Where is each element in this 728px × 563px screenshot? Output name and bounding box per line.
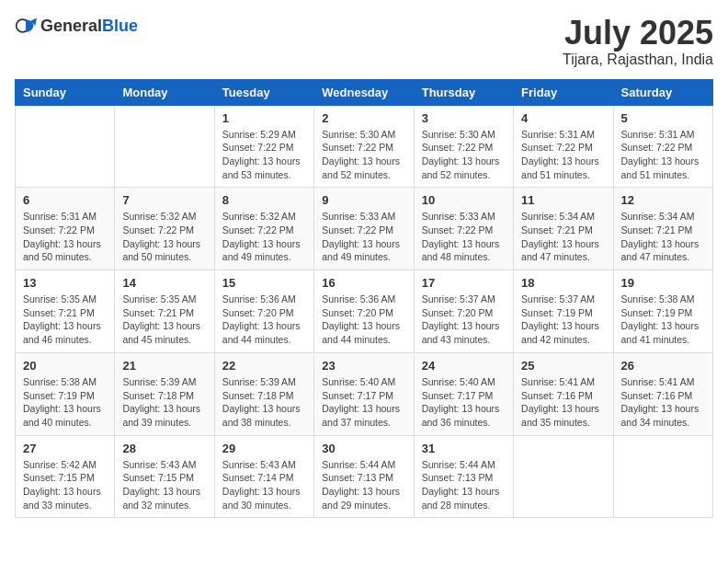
day-cell-3: 3Sunrise: 5:30 AM Sunset: 7:22 PM Daylig… <box>414 105 513 188</box>
day-number: 8 <box>222 193 306 207</box>
day-detail: Sunrise: 5:41 AM Sunset: 7:16 PM Dayligh… <box>521 375 605 430</box>
empty-cell <box>514 435 613 518</box>
day-detail: Sunrise: 5:40 AM Sunset: 7:17 PM Dayligh… <box>422 375 506 430</box>
weekday-header-saturday: Saturday <box>613 79 712 105</box>
day-number: 3 <box>422 111 506 125</box>
day-number: 19 <box>621 276 705 290</box>
day-detail: Sunrise: 5:36 AM Sunset: 7:20 PM Dayligh… <box>222 293 306 347</box>
day-cell-19: 19Sunrise: 5:38 AM Sunset: 7:19 PM Dayli… <box>613 270 712 353</box>
day-detail: Sunrise: 5:31 AM Sunset: 7:22 PM Dayligh… <box>621 128 705 182</box>
day-number: 31 <box>422 442 506 455</box>
day-cell-20: 20Sunrise: 5:38 AM Sunset: 7:19 PM Dayli… <box>16 352 115 435</box>
day-number: 13 <box>23 276 107 290</box>
day-number: 12 <box>621 193 705 207</box>
page-header: GeneralBlue July 2025 Tijara, Rajasthan,… <box>15 15 713 68</box>
day-cell-25: 25Sunrise: 5:41 AM Sunset: 7:16 PM Dayli… <box>514 352 613 435</box>
logo-text: GeneralBlue <box>40 17 138 36</box>
day-detail: Sunrise: 5:41 AM Sunset: 7:16 PM Dayligh… <box>621 375 705 430</box>
day-number: 9 <box>322 193 405 207</box>
day-detail: Sunrise: 5:39 AM Sunset: 7:18 PM Dayligh… <box>122 375 206 430</box>
day-number: 15 <box>222 276 306 290</box>
week-row-3: 13Sunrise: 5:35 AM Sunset: 7:21 PM Dayli… <box>16 270 713 353</box>
day-detail: Sunrise: 5:36 AM Sunset: 7:20 PM Dayligh… <box>322 293 405 347</box>
day-detail: Sunrise: 5:30 AM Sunset: 7:22 PM Dayligh… <box>322 128 405 182</box>
day-number: 22 <box>222 359 306 373</box>
day-detail: Sunrise: 5:43 AM Sunset: 7:15 PM Dayligh… <box>122 458 206 512</box>
weekday-header-tuesday: Tuesday <box>214 79 313 105</box>
week-row-4: 20Sunrise: 5:38 AM Sunset: 7:19 PM Dayli… <box>16 352 713 435</box>
weekday-header-monday: Monday <box>115 79 214 105</box>
day-detail: Sunrise: 5:32 AM Sunset: 7:22 PM Dayligh… <box>222 210 306 264</box>
day-number: 10 <box>422 193 506 207</box>
day-cell-1: 1Sunrise: 5:29 AM Sunset: 7:22 PM Daylig… <box>214 105 313 188</box>
day-detail: Sunrise: 5:44 AM Sunset: 7:13 PM Dayligh… <box>322 458 405 512</box>
day-number: 14 <box>122 276 206 290</box>
weekday-header-thursday: Thursday <box>414 79 513 105</box>
day-detail: Sunrise: 5:34 AM Sunset: 7:21 PM Dayligh… <box>521 210 605 264</box>
day-cell-29: 29Sunrise: 5:43 AM Sunset: 7:14 PM Dayli… <box>214 435 313 518</box>
day-detail: Sunrise: 5:38 AM Sunset: 7:19 PM Dayligh… <box>621 293 705 347</box>
day-detail: Sunrise: 5:34 AM Sunset: 7:21 PM Dayligh… <box>621 210 705 264</box>
day-number: 26 <box>621 359 705 373</box>
day-cell-21: 21Sunrise: 5:39 AM Sunset: 7:18 PM Dayli… <box>115 352 214 435</box>
month-title: July 2025 <box>563 15 713 52</box>
day-cell-4: 4Sunrise: 5:31 AM Sunset: 7:22 PM Daylig… <box>514 105 613 188</box>
weekday-header-sunday: Sunday <box>16 79 115 105</box>
day-number: 11 <box>521 193 605 207</box>
day-cell-22: 22Sunrise: 5:39 AM Sunset: 7:18 PM Dayli… <box>214 352 313 435</box>
day-detail: Sunrise: 5:29 AM Sunset: 7:22 PM Dayligh… <box>222 128 306 182</box>
day-detail: Sunrise: 5:35 AM Sunset: 7:21 PM Dayligh… <box>23 293 107 347</box>
day-cell-28: 28Sunrise: 5:43 AM Sunset: 7:15 PM Dayli… <box>115 435 214 518</box>
logo-general: General <box>40 17 102 35</box>
day-cell-16: 16Sunrise: 5:36 AM Sunset: 7:20 PM Dayli… <box>314 270 414 353</box>
day-cell-12: 12Sunrise: 5:34 AM Sunset: 7:21 PM Dayli… <box>613 188 712 270</box>
day-number: 7 <box>122 193 206 207</box>
day-number: 1 <box>222 111 306 125</box>
week-row-5: 27Sunrise: 5:42 AM Sunset: 7:15 PM Dayli… <box>16 435 713 518</box>
day-cell-30: 30Sunrise: 5:44 AM Sunset: 7:13 PM Dayli… <box>314 435 414 518</box>
day-cell-18: 18Sunrise: 5:37 AM Sunset: 7:19 PM Dayli… <box>514 270 613 353</box>
day-number: 27 <box>23 442 107 455</box>
day-cell-27: 27Sunrise: 5:42 AM Sunset: 7:15 PM Dayli… <box>16 435 115 518</box>
day-number: 5 <box>621 111 705 125</box>
day-cell-13: 13Sunrise: 5:35 AM Sunset: 7:21 PM Dayli… <box>16 270 115 353</box>
day-detail: Sunrise: 5:37 AM Sunset: 7:19 PM Dayligh… <box>521 293 605 347</box>
day-cell-8: 8Sunrise: 5:32 AM Sunset: 7:22 PM Daylig… <box>214 188 313 270</box>
day-detail: Sunrise: 5:44 AM Sunset: 7:13 PM Dayligh… <box>422 458 506 512</box>
day-number: 18 <box>521 276 605 290</box>
day-detail: Sunrise: 5:33 AM Sunset: 7:22 PM Dayligh… <box>322 210 405 264</box>
day-number: 23 <box>322 359 405 373</box>
logo-icon <box>15 15 37 37</box>
day-number: 25 <box>521 359 605 373</box>
day-cell-6: 6Sunrise: 5:31 AM Sunset: 7:22 PM Daylig… <box>16 188 115 270</box>
day-cell-9: 9Sunrise: 5:33 AM Sunset: 7:22 PM Daylig… <box>314 188 414 270</box>
day-cell-23: 23Sunrise: 5:40 AM Sunset: 7:17 PM Dayli… <box>314 352 414 435</box>
day-number: 21 <box>122 359 206 373</box>
day-cell-24: 24Sunrise: 5:40 AM Sunset: 7:17 PM Dayli… <box>414 352 513 435</box>
day-cell-10: 10Sunrise: 5:33 AM Sunset: 7:22 PM Dayli… <box>414 188 513 270</box>
logo-blue: Blue <box>102 17 138 35</box>
day-detail: Sunrise: 5:31 AM Sunset: 7:22 PM Dayligh… <box>23 210 107 264</box>
day-detail: Sunrise: 5:33 AM Sunset: 7:22 PM Dayligh… <box>422 210 506 264</box>
weekday-header-row: SundayMondayTuesdayWednesdayThursdayFrid… <box>16 79 713 105</box>
day-number: 28 <box>122 442 206 455</box>
empty-cell <box>115 105 214 188</box>
logo: GeneralBlue <box>15 15 138 37</box>
day-cell-17: 17Sunrise: 5:37 AM Sunset: 7:20 PM Dayli… <box>414 270 513 353</box>
day-detail: Sunrise: 5:30 AM Sunset: 7:22 PM Dayligh… <box>422 128 506 182</box>
day-cell-11: 11Sunrise: 5:34 AM Sunset: 7:21 PM Dayli… <box>514 188 613 270</box>
day-cell-15: 15Sunrise: 5:36 AM Sunset: 7:20 PM Dayli… <box>214 270 313 353</box>
day-detail: Sunrise: 5:40 AM Sunset: 7:17 PM Dayligh… <box>322 375 405 430</box>
day-detail: Sunrise: 5:35 AM Sunset: 7:21 PM Dayligh… <box>122 293 206 347</box>
empty-cell <box>16 105 115 188</box>
empty-cell <box>613 435 712 518</box>
day-number: 17 <box>422 276 506 290</box>
day-number: 20 <box>23 359 107 373</box>
weekday-header-wednesday: Wednesday <box>314 79 414 105</box>
weekday-header-friday: Friday <box>514 79 613 105</box>
day-detail: Sunrise: 5:32 AM Sunset: 7:22 PM Dayligh… <box>122 210 206 264</box>
day-cell-26: 26Sunrise: 5:41 AM Sunset: 7:16 PM Dayli… <box>613 352 712 435</box>
day-detail: Sunrise: 5:37 AM Sunset: 7:20 PM Dayligh… <box>422 293 506 347</box>
location-title: Tijara, Rajasthan, India <box>563 52 713 68</box>
week-row-1: 1Sunrise: 5:29 AM Sunset: 7:22 PM Daylig… <box>16 105 713 188</box>
